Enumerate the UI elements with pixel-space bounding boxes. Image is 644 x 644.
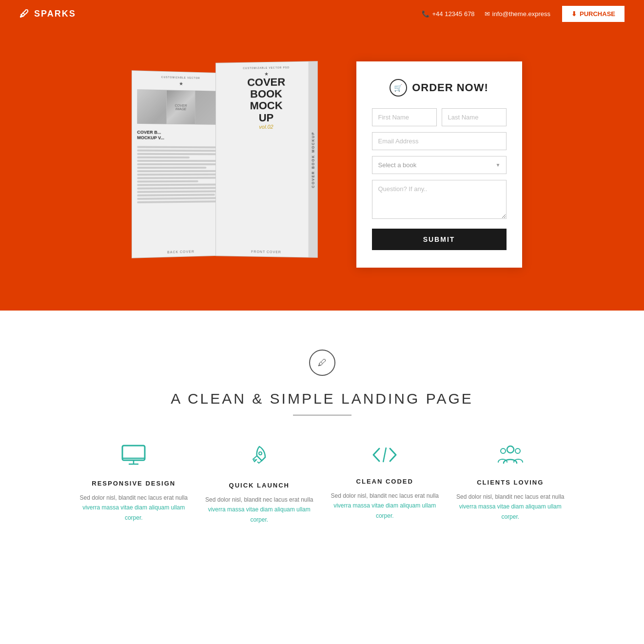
book-front: CUSTOMIZABLE VECTOR PSD ★ COVERBOOKMOCKU…: [215, 61, 318, 258]
section-icon: 🖊: [309, 350, 335, 376]
book-spine: COVER BOOK MOCKUP: [308, 61, 317, 257]
book-back-bottom: BACK COVER: [132, 246, 228, 258]
purchase-button[interactable]: ⬇ PURCHASE: [562, 6, 624, 22]
rocket-icon: [204, 445, 315, 472]
svg-point-4: [259, 452, 262, 455]
feature-launch-link[interactable]: viverra massa vitae diam aliquam ullam c…: [208, 506, 311, 523]
book-front-title: COVERBOOKMOCKUP: [216, 76, 317, 124]
book-spine-text: COVER BOOK MOCKUP: [311, 131, 314, 188]
hero-section: CUSTOMIZABLE VECTOR ★ COVERIMAGE COVER B…: [0, 28, 644, 311]
book-select[interactable]: Select a book Book 1 Book 2 Book 3: [372, 156, 507, 174]
question-textarea[interactable]: [372, 180, 507, 219]
phone-number: +44 12345 678: [432, 10, 474, 18]
svg-line-5: [383, 448, 386, 462]
feature-coded-title: CLEAN CODED: [330, 478, 441, 485]
feature-responsive-title: RESPONSIVE DESIGN: [78, 480, 190, 487]
logo-text: SPARKS: [34, 9, 76, 19]
section-book-icon: 🖊: [318, 358, 327, 368]
feature-clients: CLIENTS LOVING Sed dolor nisl, blandit n…: [455, 445, 566, 525]
name-row: [372, 108, 507, 126]
monitor-icon: [78, 445, 190, 470]
email-row: [372, 132, 507, 150]
feature-responsive-desc: Sed dolor nisl, blandit nec lacus erat n…: [78, 493, 190, 523]
phone-icon: 📞: [422, 10, 429, 18]
feature-clients-link[interactable]: viverra massa vitae diam aliquam ullam c…: [459, 503, 562, 520]
features-grid: RESPONSIVE DESIGN Sed dolor nisl, blandi…: [78, 445, 566, 525]
features-section: 🖊 A CLEAN & SIMPLE LANDING PAGE RESPONSI…: [0, 311, 644, 554]
form-title: 🛒 ORDER NOW!: [372, 79, 507, 97]
book-back-lines: [132, 142, 228, 207]
email-input[interactable]: [372, 132, 507, 150]
book-back-image: COVERIMAGE: [137, 89, 223, 125]
feature-responsive: RESPONSIVE DESIGN Sed dolor nisl, blandi…: [78, 445, 190, 525]
feature-launch-title: QUICK LAUNCH: [204, 482, 315, 489]
cart-icon: 🛒: [390, 79, 407, 97]
download-icon: ⬇: [571, 10, 577, 18]
logo[interactable]: 🖊 SPARKS: [20, 8, 76, 20]
site-header: 🖊 SPARKS 📞 +44 12345 678 ✉ info@theme.ex…: [0, 0, 644, 28]
people-icon: [455, 445, 566, 469]
svg-point-8: [515, 449, 520, 453]
svg-point-7: [501, 449, 506, 453]
section-divider: [293, 415, 351, 415]
feature-coded: CLEAN CODED Sed dolor nisl, blandit nec …: [330, 445, 441, 525]
header-contact: 📞 +44 12345 678 ✉ info@theme.express: [422, 10, 550, 18]
feature-coded-link[interactable]: viverra massa vitae diam aliquam ullam c…: [333, 502, 436, 519]
section-title: A CLEAN & SIMPLE LANDING PAGE: [20, 390, 624, 407]
feature-responsive-link[interactable]: viverra massa vitae diam aliquam ullam c…: [82, 504, 185, 521]
feature-launch: QUICK LAUNCH Sed dolor nisl, blandit nec…: [204, 445, 315, 525]
email-icon: ✉: [485, 10, 490, 18]
feature-launch-desc: Sed dolor nisl, blandit nec lacus erat n…: [204, 495, 315, 525]
feature-clients-desc: Sed dolor nisl, blandit nec lacus erat n…: [455, 492, 566, 522]
first-name-input[interactable]: [372, 108, 437, 126]
last-name-input[interactable]: [442, 108, 507, 126]
order-form-container: 🛒 ORDER NOW! Select a book Book 1 Book 2…: [356, 61, 522, 268]
code-icon: [330, 445, 441, 468]
books-container: CUSTOMIZABLE VECTOR ★ COVERIMAGE COVER B…: [122, 57, 327, 272]
book-select-wrapper: Select a book Book 1 Book 2 Book 3: [372, 156, 507, 174]
order-form: Select a book Book 1 Book 2 Book 3 SUBMI…: [372, 108, 507, 250]
email-contact: ✉ info@theme.express: [485, 10, 550, 18]
book-front-vol: vol.02: [216, 123, 317, 132]
header-right: 📞 +44 12345 678 ✉ info@theme.express ⬇ P…: [422, 6, 624, 22]
form-title-text: ORDER NOW!: [412, 81, 488, 94]
svg-point-6: [507, 446, 514, 453]
book-back: CUSTOMIZABLE VECTOR ★ COVERIMAGE COVER B…: [131, 70, 228, 258]
feature-coded-desc: Sed dolor nisl, blandit nec lacus erat n…: [330, 491, 441, 521]
email-address: info@theme.express: [492, 10, 550, 18]
submit-button[interactable]: SUBMIT: [372, 229, 507, 250]
phone-contact: 📞 +44 12345 678: [422, 10, 474, 18]
logo-icon: 🖊: [20, 8, 30, 20]
book-front-bottom: FRONT COVER: [216, 246, 317, 257]
feature-clients-title: CLIENTS LOVING: [455, 479, 566, 486]
